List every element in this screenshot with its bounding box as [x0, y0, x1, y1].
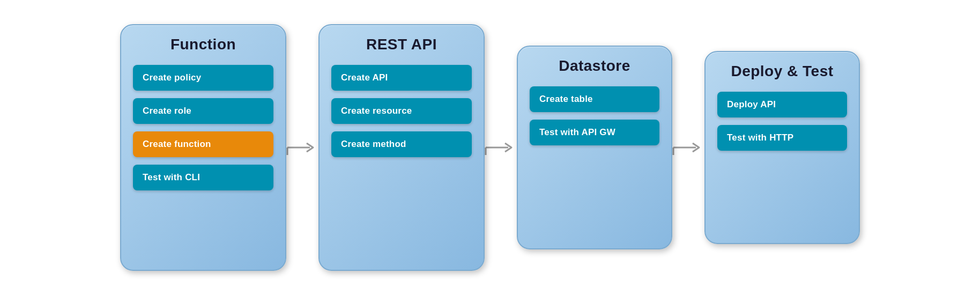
btn-create-function[interactable]: Create function [133, 131, 273, 157]
arrow-3-icon [672, 137, 704, 158]
btn-create-table[interactable]: Create table [530, 86, 659, 112]
btn-create-api[interactable]: Create API [331, 65, 472, 91]
arrow-1 [286, 137, 318, 158]
panel-deploy-test-title: Deploy & Test [731, 63, 833, 80]
panel-deploy-test: Deploy & Test Deploy API Test with HTTP [704, 51, 860, 244]
btn-create-resource[interactable]: Create resource [331, 98, 472, 124]
arrow-2 [485, 137, 517, 158]
panel-function: Function Create policy Create role Creat… [120, 24, 286, 271]
btn-create-method[interactable]: Create method [331, 131, 472, 157]
btn-create-role[interactable]: Create role [133, 98, 273, 124]
arrow-2-icon [485, 137, 517, 158]
panel-datastore: Datastore Create table Test with API GW [517, 46, 672, 249]
panel-rest-api: REST API Create API Create resource Crea… [318, 24, 485, 271]
btn-test-http[interactable]: Test with HTTP [717, 125, 847, 151]
panel-function-title: Function [170, 36, 236, 53]
btn-deploy-api[interactable]: Deploy API [717, 92, 847, 117]
arrow-1-icon [286, 137, 318, 158]
btn-create-policy[interactable]: Create policy [133, 65, 273, 91]
btn-test-cli[interactable]: Test with CLI [133, 165, 273, 190]
panel-datastore-title: Datastore [559, 57, 630, 75]
arrow-3 [672, 137, 704, 158]
panel-rest-api-title: REST API [366, 36, 437, 53]
diagram: Function Create policy Create role Creat… [99, 13, 881, 282]
btn-test-api-gw[interactable]: Test with API GW [530, 120, 659, 145]
